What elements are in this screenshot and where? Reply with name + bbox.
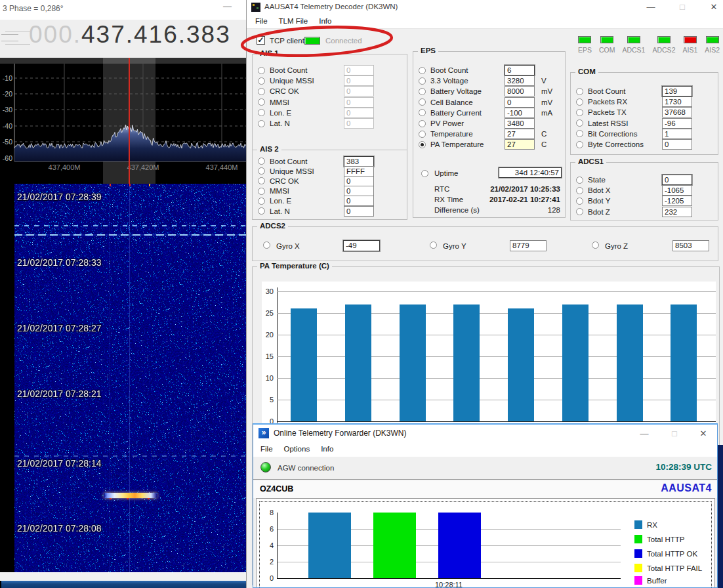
minimize-button[interactable]: — <box>646 2 655 12</box>
field-input-crc-ok[interactable]: 0 <box>344 86 374 96</box>
radio-battery-current[interactable] <box>419 109 426 116</box>
radio-unique-mssi[interactable] <box>258 167 265 175</box>
menu-item-info[interactable]: Info <box>319 17 331 25</box>
field-input-bit-corrections[interactable]: 1 <box>662 129 692 139</box>
maximize-button[interactable]: □ <box>678 2 687 12</box>
field-input-state[interactable]: 0 <box>662 175 692 185</box>
radio-battery-voltage[interactable] <box>419 88 426 95</box>
field-input-pa-temperature[interactable]: 27 <box>505 139 535 150</box>
field-input-lat-n[interactable]: 0 <box>344 118 374 129</box>
field-input-pv-power[interactable]: 3480 <box>505 118 535 129</box>
field-input-unique-mssi[interactable]: 0 <box>344 75 374 86</box>
radio-boot-count[interactable] <box>258 158 265 165</box>
bar <box>345 304 371 421</box>
forwarder-titlebar[interactable]: » Online Telemetry Forwarder (DK3WN) — □… <box>253 425 717 442</box>
radio-3-3-voltage[interactable] <box>419 77 426 85</box>
frequency-display[interactable]: 000.437.416.383 <box>29 21 231 49</box>
radio-mmsi[interactable] <box>258 98 265 106</box>
radio-bit-corrections[interactable] <box>576 130 583 137</box>
menu-item-info[interactable]: Info <box>321 445 333 453</box>
field-input-bdot-y[interactable]: -1205 <box>662 196 692 206</box>
radio-latest-rssi[interactable] <box>576 119 583 127</box>
uptime-value[interactable]: 34d 12:40:57 <box>499 167 562 178</box>
decoder-titlebar[interactable]: AAUSAT4 Telemetry Decoder (DK3WN) — □ ✕ <box>247 0 723 14</box>
radio-temperature[interactable] <box>419 131 426 138</box>
radio-byte-corrections[interactable] <box>576 141 583 148</box>
radio-lat-n[interactable] <box>258 120 265 127</box>
close-button[interactable]: ✕ <box>709 2 718 12</box>
radio-mmsi[interactable] <box>258 188 265 195</box>
field-input-boot-count[interactable]: 383 <box>344 156 374 167</box>
radio-pv-power[interactable] <box>419 120 426 127</box>
radio-gyro-z[interactable] <box>592 242 599 249</box>
menu-item-file[interactable]: File <box>260 445 273 453</box>
bar <box>508 308 534 421</box>
gyro-x-value[interactable]: -49 <box>343 240 380 251</box>
menu-item-tlm-file[interactable]: TLM File <box>279 17 308 25</box>
radio-bdot-x[interactable] <box>576 187 583 194</box>
field-input-byte-corrections[interactable]: 0 <box>662 139 692 150</box>
field-input-battery-current[interactable]: -100 <box>505 108 535 118</box>
field-input-latest-rssi[interactable]: -96 <box>662 118 692 129</box>
spectrum-display[interactable]: -10-20-30-40-50-60437,400M437,420M437,44… <box>0 58 253 184</box>
field-input-mmsi[interactable]: 0 <box>344 186 374 196</box>
radio-gyro-x[interactable] <box>263 242 270 249</box>
radio-lat-n[interactable] <box>258 207 265 215</box>
field-input-mmsi[interactable]: 0 <box>344 97 374 108</box>
tcp-client-checkbox[interactable]: ✓ <box>257 36 265 45</box>
field-input-battery-voltage[interactable]: 8000 <box>505 86 535 96</box>
frequency-dim-digits[interactable]: 000. <box>29 21 81 48</box>
field-input-boot-count[interactable]: 0 <box>344 65 374 75</box>
menu-item-options[interactable]: Options <box>284 445 310 453</box>
radio-packets-tx[interactable] <box>576 109 583 116</box>
radio-gyro-y[interactable] <box>430 242 437 249</box>
radio-lon-e[interactable] <box>258 198 265 205</box>
minimize-button[interactable]: — <box>640 429 649 439</box>
radio-bdot-z[interactable] <box>576 208 583 215</box>
gridline <box>277 400 716 400</box>
field-input-temperature[interactable]: 27 <box>505 129 535 139</box>
rx-time-row: RX Time 2017-02-21 10:27:41 <box>419 195 562 205</box>
field-input-lon-e[interactable]: 0 <box>344 108 374 118</box>
close-button[interactable]: ✕ <box>699 429 708 439</box>
field-input-boot-count[interactable]: 6 <box>505 65 535 75</box>
gyro-y-value[interactable]: 8779 <box>510 240 547 251</box>
field-input-packets-tx[interactable]: 37668 <box>662 107 692 117</box>
field-label: Lon. E <box>270 109 344 117</box>
radio-pa-temperature[interactable] <box>419 141 426 148</box>
frequency-stepper[interactable] <box>1 30 20 47</box>
radio-crc-ok[interactable] <box>258 177 265 184</box>
radio-cell-balance[interactable] <box>419 98 426 106</box>
minimize-icon[interactable]: — <box>223 1 232 11</box>
radio-uptime[interactable] <box>421 170 428 177</box>
radio-unique-mssi[interactable] <box>258 77 265 85</box>
field-input-packets-rx[interactable]: 1730 <box>662 96 692 107</box>
field-input-lat-n[interactable]: 0 <box>344 206 374 217</box>
gyro-z-value[interactable]: 8503 <box>672 240 709 251</box>
field-input-lon-e[interactable]: 0 <box>344 196 374 206</box>
radio-boot-count[interactable] <box>419 67 426 74</box>
field-input-unique-mssi[interactable]: FFFF <box>344 166 374 177</box>
field-input-crc-ok[interactable]: 0 <box>344 176 374 186</box>
radio-crc-ok[interactable] <box>258 88 265 95</box>
bar-total-http <box>373 513 416 578</box>
radio-bdot-y[interactable] <box>576 198 583 205</box>
legend-label: Total HTTP <box>647 536 685 543</box>
radio-boot-count[interactable] <box>258 67 265 74</box>
frequency-main-digits[interactable]: 437.416.383 <box>81 21 231 48</box>
field-input-boot-count[interactable]: 139 <box>662 86 692 96</box>
radio-lon-e[interactable] <box>258 109 265 116</box>
radio-state[interactable] <box>576 177 583 184</box>
radio-boot-count[interactable] <box>576 88 583 95</box>
waterfall-display[interactable]: 21/02/2017 07:28:3921/02/2017 07:28:3321… <box>14 184 253 572</box>
field-input-cell-balance[interactable]: 0 <box>505 97 535 108</box>
menu-item-file[interactable]: File <box>255 17 268 25</box>
satellite-name: AAUSAT4 <box>661 482 712 494</box>
agw-connection-label: AGW connection <box>278 464 334 472</box>
field-input-3-3-voltage[interactable]: 3280 <box>505 75 535 86</box>
field-input-bdot-z[interactable]: 232 <box>662 207 692 217</box>
radio-packets-rx[interactable] <box>576 98 583 106</box>
maximize-button[interactable]: □ <box>670 429 679 439</box>
field-input-bdot-x[interactable]: -1065 <box>662 185 692 196</box>
background-window-bar[interactable] <box>1 581 253 588</box>
